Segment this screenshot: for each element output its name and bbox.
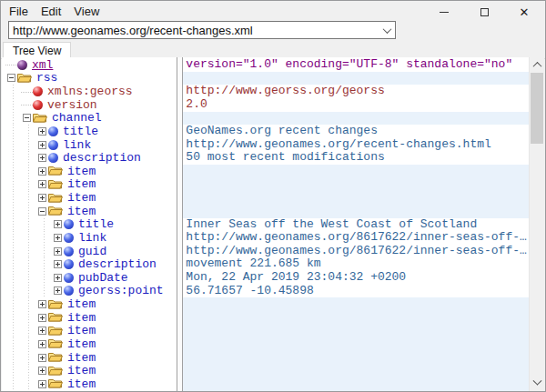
tree-node-item[interactable]: item	[2, 297, 177, 311]
tree-node-item[interactable]: item	[2, 205, 177, 218]
scrollbar-thumb[interactable]	[531, 73, 543, 144]
tab-tree-view[interactable]: Tree View	[3, 42, 71, 58]
tree-node-item[interactable]: item	[2, 377, 177, 391]
expand-icon[interactable]	[38, 300, 46, 308]
expand-icon[interactable]	[54, 220, 62, 228]
tree-node-item[interactable]: item	[2, 364, 177, 377]
tree-node-label: description	[78, 257, 157, 271]
expand-icon[interactable]	[54, 234, 62, 242]
value-row[interactable]: http://www.geonames.org/recent-changes.h…	[183, 138, 529, 152]
tree-node-item[interactable]: item	[2, 325, 177, 338]
tree-node-label: item	[67, 337, 96, 351]
expand-icon[interactable]	[38, 340, 46, 348]
tree-node-link[interactable]: link	[2, 138, 177, 152]
attribute-icon	[33, 86, 43, 96]
value-pane[interactable]: version="1.0" encoding="UTF-8" standalon…	[182, 57, 529, 391]
value-row[interactable]	[183, 112, 529, 126]
url-combobox[interactable]	[8, 21, 396, 39]
tree-node-description[interactable]: description	[2, 151, 177, 165]
expand-icon[interactable]	[54, 274, 62, 282]
value-row[interactable]	[183, 337, 529, 351]
value-row[interactable]: Mon, 22 Apr 2019 23:04:32 +0200	[183, 271, 529, 285]
value-row[interactable]	[183, 377, 529, 391]
tree-node-title[interactable]: title	[2, 125, 177, 138]
folder-icon	[17, 70, 32, 86]
tree-node-georss:point[interactable]: georss:point	[2, 285, 177, 298]
tree-node-guid[interactable]: guid	[2, 245, 177, 258]
value-row[interactable]	[183, 364, 529, 377]
value-row[interactable]: movement 221.685 km	[183, 257, 529, 271]
value-row[interactable]	[183, 178, 529, 192]
expand-icon[interactable]	[38, 154, 46, 162]
expand-icon[interactable]	[38, 327, 46, 335]
tree-node-xmlns:georss[interactable]: xmlns:georss	[2, 85, 177, 98]
value-row[interactable]	[183, 325, 529, 338]
tree-node-item[interactable]: item	[2, 311, 177, 325]
value-row[interactable]: http://www.geonames.org/8617622/inner-se…	[183, 231, 529, 245]
vertical-scrollbar[interactable]	[529, 57, 544, 391]
maximize-icon	[480, 8, 489, 16]
value-row[interactable]	[183, 205, 529, 218]
collapse-icon[interactable]	[38, 207, 46, 216]
value-row[interactable]: 56.71657 -10.45898	[183, 285, 529, 298]
value-row[interactable]: Inner Seas off the West Coast of Scotlan…	[183, 218, 529, 232]
tree-indent-guide	[21, 337, 36, 351]
expand-icon[interactable]	[38, 354, 46, 362]
expand-icon[interactable]	[38, 194, 46, 202]
value-row[interactable]	[183, 72, 529, 85]
combobox-dropdown-button[interactable]	[379, 22, 395, 38]
tree-node-item[interactable]: item	[2, 337, 177, 351]
menu-edit[interactable]: Edit	[35, 2, 67, 21]
tree-node-link[interactable]: link	[2, 231, 177, 245]
value-row[interactable]: version="1.0" encoding="UTF-8" standalon…	[183, 58, 529, 72]
xml-tree-pane[interactable]: xmlrssxmlns:georssversionchanneltitlelin…	[2, 57, 177, 391]
expand-icon[interactable]	[38, 141, 46, 149]
element-icon	[64, 246, 74, 256]
scroll-down-button[interactable]	[530, 376, 544, 391]
scroll-up-button[interactable]	[530, 57, 544, 73]
value-row[interactable]: 2.0	[183, 98, 529, 112]
minimize-button[interactable]	[424, 1, 464, 23]
tree-node-rss[interactable]: rss	[2, 72, 177, 85]
expand-icon[interactable]	[54, 286, 62, 295]
expand-icon[interactable]	[38, 180, 46, 188]
value-row[interactable]: http://www.georss.org/georss	[183, 85, 529, 98]
url-input[interactable]	[9, 24, 379, 37]
tree-node-pubDate[interactable]: pubDate	[2, 271, 177, 285]
tree-node-label: xml	[32, 58, 53, 72]
collapse-icon[interactable]	[7, 74, 15, 82]
expand-icon[interactable]	[38, 127, 46, 136]
tree-node-label: item	[67, 165, 96, 178]
expand-icon[interactable]	[38, 167, 46, 176]
app-window: File Edit View ✕ Tree View xmlrssxmlns:g…	[0, 0, 546, 392]
tree-node-channel[interactable]: channel	[2, 112, 177, 126]
value-row[interactable]: 50 most recent modifications	[183, 151, 529, 165]
address-bar-row	[1, 21, 545, 40]
value-row[interactable]	[183, 191, 529, 205]
tree-indent-guide	[21, 165, 36, 178]
value-row[interactable]	[183, 297, 529, 311]
expand-icon[interactable]	[38, 314, 46, 322]
collapse-icon[interactable]	[23, 114, 31, 122]
menu-view[interactable]: View	[67, 2, 106, 21]
value-row[interactable]	[183, 311, 529, 325]
tree-node-item[interactable]: item	[2, 191, 177, 205]
expand-icon[interactable]	[54, 260, 62, 268]
value-row[interactable]: GeoNames.org recent changes	[183, 125, 529, 138]
value-row[interactable]	[183, 165, 529, 178]
expand-icon[interactable]	[38, 367, 46, 375]
value-row[interactable]	[183, 351, 529, 365]
tree-node-item[interactable]: item	[2, 178, 177, 192]
tree-node-description[interactable]: description	[2, 257, 177, 271]
expand-icon[interactable]	[38, 380, 46, 388]
value-row[interactable]: http://www.geonames.org/8617622/inner-se…	[183, 245, 529, 258]
expand-icon[interactable]	[54, 247, 62, 256]
tree-node-item[interactable]: item	[2, 165, 177, 178]
tree-node-title[interactable]: title	[2, 218, 177, 232]
maximize-button[interactable]	[464, 1, 504, 23]
close-button[interactable]: ✕	[504, 1, 544, 23]
tree-node-version[interactable]: version	[2, 98, 177, 112]
tree-indent-guide	[21, 151, 36, 165]
tree-node-item[interactable]: item	[2, 351, 177, 365]
menu-file[interactable]: File	[3, 2, 35, 21]
